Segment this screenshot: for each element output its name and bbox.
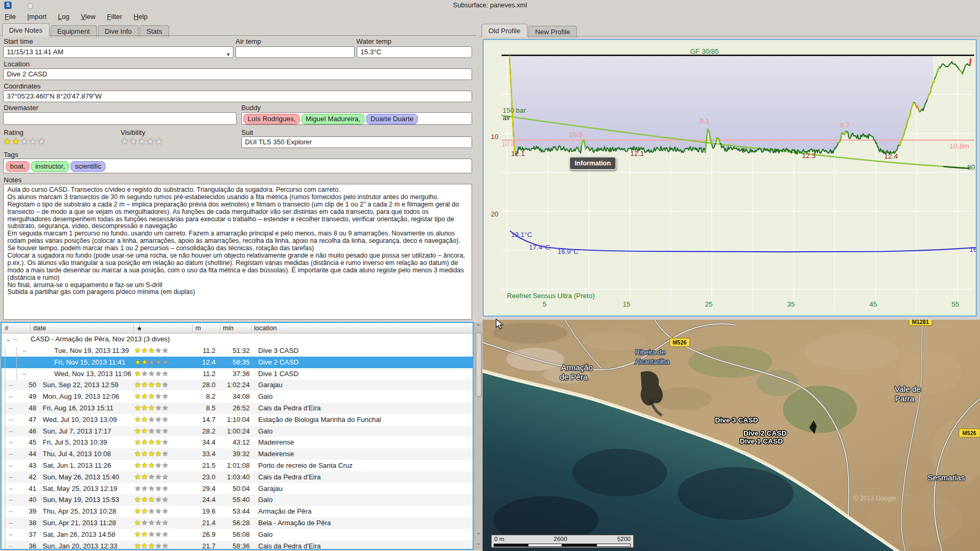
dive-duration: 39:32 [217, 448, 250, 460]
star-icon: ★ [141, 358, 148, 366]
tag-chip[interactable]: Miguel Madureira, [301, 114, 365, 124]
coordinates-input[interactable]: 37°05'23.460"N 8°20'47.879"W [3, 91, 472, 102]
visibility-stars[interactable]: ★★★★★ [121, 136, 163, 147]
coordinates-value: 37°05'23.460"N 8°20'47.879"W [7, 92, 102, 100]
dive-row[interactable]: 49–Mon, Aug 19, 2013 12:06★★★★★8.234:08G… [2, 391, 473, 402]
scrollbar-thumb[interactable] [476, 332, 482, 397]
depth-label-3: 12.3 [802, 152, 816, 160]
dive-date: Thu, Apr 25, 2013 10:28 [43, 506, 116, 517]
dive-depth: 11.2 [180, 345, 215, 357]
tab-old-profile[interactable]: Old Profile [482, 24, 527, 37]
information-button[interactable]: Information [569, 156, 616, 170]
tab-dive-notes[interactable]: Dive Notes [2, 23, 50, 36]
dive-rating: ★★★★★ [134, 494, 169, 506]
tag-chip[interactable]: scientific [71, 161, 105, 172]
tag-chip[interactable]: Luís Rodrigues, [243, 114, 300, 124]
dive-row[interactable]: 38–Sun, Apr 21, 2013 11:28★★★★★21.456:28… [2, 517, 473, 529]
star-icon: ★ [162, 449, 169, 458]
dive-row[interactable]: 40–Sun, May 19, 2013 15:53★★★★★24.455:40… [2, 494, 473, 506]
star-icon: ★ [141, 427, 148, 435]
dive-date: Sun, Jul 7, 2013 17:17 [43, 426, 111, 437]
col-depth[interactable]: m [195, 324, 201, 332]
menu-filter[interactable]: Filter [102, 11, 127, 22]
dive-row[interactable]: 48–Fri, Aug 16, 2013 15:11★★★★★8.526:52C… [2, 402, 473, 414]
star-icon: ★ [141, 518, 148, 527]
chevron-down-icon[interactable]: ▾ [227, 49, 230, 58]
dive-number: 47 [2, 414, 36, 426]
star-icon: ★ [29, 136, 37, 146]
tree-dash: – [9, 448, 13, 460]
dive-row[interactable]: 36–Sun, Jan 20, 2013 12:33★★★★★21.758:36… [2, 540, 473, 550]
star-icon: ★ [134, 484, 141, 493]
dive-number: 38 [2, 517, 36, 529]
dive-date: Sun, May 19, 2013 15:53 [43, 494, 119, 506]
rating-stars[interactable]: ★★★★★ [3, 136, 46, 147]
menu-log[interactable]: Log [53, 11, 74, 22]
dive-list-scrollbar[interactable]: ⌃ ⌃ ⌄ [474, 322, 483, 550]
dive-profile-chart[interactable]: GF 30/85 150 bar air 80 10.8 10.8m 10 20… [483, 39, 977, 317]
dive-row[interactable]: 43–Sat, Jun 1, 2013 11:26★★★★★21.51:01:0… [2, 460, 473, 471]
star-icon: ★ [141, 495, 148, 504]
star-icon: ★ [155, 518, 162, 527]
divemaster-input[interactable] [3, 112, 237, 125]
dive-list-header[interactable]: # date ★ m min location [2, 323, 473, 333]
star-icon: ★ [155, 473, 162, 481]
dive-location: Dive 1 CASD [258, 368, 299, 380]
dive-row[interactable]: –Fri, Nov 15, 2013 11:41★★★★★12.456:35Di… [2, 357, 473, 368]
buddy-input[interactable]: Luís Rodrigues,Miguel Madureira,Duarte D… [241, 112, 472, 125]
profile-tab-bar: Old ProfileNew Profile [482, 24, 692, 36]
menu-view[interactable]: View [76, 11, 100, 22]
dive-list[interactable]: # date ★ m min location ⌄ – CASD - Armaç… [1, 322, 474, 550]
col-location[interactable]: location [254, 324, 277, 332]
menu-file[interactable]: File [0, 11, 21, 22]
scroll-down-icon[interactable]: ⌄ [476, 540, 481, 546]
dive-location: Bela - Armação de Pêra [258, 517, 331, 529]
menu-import[interactable]: Import [23, 11, 52, 22]
start-time-combobox[interactable]: 11/15/13 11:41 AM ▾ [3, 46, 233, 58]
col-rating[interactable]: ★ [136, 324, 142, 332]
temp-label-1: 19.1°C [511, 231, 532, 239]
tag-chip[interactable]: instructor, [31, 161, 69, 172]
dive-site-map[interactable]: Armação de Pêra Ribeira de Alcantarilha … [483, 320, 980, 551]
water-temp-input[interactable]: 15.3°C [357, 46, 472, 58]
tag-chip[interactable]: Duarte Duarte [366, 114, 418, 124]
col-number[interactable]: # [5, 324, 8, 332]
dive-row[interactable]: –Wed, Nov 13, 2013 11:06★★★★★11.237:36Di… [2, 368, 473, 380]
dive-row[interactable]: 46–Sun, Jul 7, 2013 17:17★★★★★28.21:00:2… [2, 426, 473, 437]
col-duration[interactable]: min [223, 324, 233, 332]
scale-end: 5200 [617, 536, 631, 542]
dive-rating: ★★★★★ [134, 414, 169, 426]
star-icon: ★ [162, 473, 169, 481]
dive-row[interactable]: 45–Fri, Jul 5, 2013 10:39★★★★★34.443:12M… [2, 437, 473, 448]
mean-depth-label: 10.8m [949, 142, 969, 150]
dive-date: Fri, Aug 16, 2013 15:11 [43, 402, 113, 414]
coordinates-label: Coordinates [4, 82, 41, 90]
star-icon: ★ [134, 415, 141, 424]
col-date[interactable]: date [33, 324, 46, 332]
visibility-label: Visibility [121, 129, 145, 136]
scroll-up-icon[interactable]: ⌃ [476, 323, 481, 329]
tags-input[interactable]: boat,instructor,scientific [3, 159, 472, 173]
location-input[interactable]: Dive 2 CASD [3, 68, 472, 80]
dive-row[interactable]: 44–Thu, Jul 4, 2013 10:08★★★★★33.439:32M… [2, 448, 473, 460]
star-icon: ★ [141, 369, 148, 378]
menu-help[interactable]: Help [129, 11, 153, 22]
suit-input[interactable]: DUI TLS 350 Explorer [241, 136, 472, 148]
scroll-up2-icon[interactable]: ⌃ [476, 532, 481, 538]
collapse-arrow-icon[interactable]: ⌄ [6, 333, 11, 345]
notes-textarea[interactable]: Aula do curso CASD. Transectos c/video e… [3, 184, 472, 320]
pressure-end-label: 80 [967, 163, 975, 171]
star-icon: ★ [162, 358, 169, 366]
trip-row[interactable]: ⌄ – CASD - Armação de Pêra, Nov 2013 (3 … [2, 333, 473, 345]
depth-tick-20: 20 [488, 210, 498, 218]
dive-row[interactable]: 39–Thu, Apr 25, 2013 10:28★★★★★19.653:44… [2, 506, 473, 517]
dive-row[interactable]: 50–Sun, Sep 22, 2013 12:59★★★★★28.01:02:… [2, 379, 473, 391]
tag-chip[interactable]: boat, [6, 161, 30, 172]
dive-row[interactable]: 41–Sat, May 25, 2013 12:19★★★★★29.450:04… [2, 483, 473, 495]
dive-row[interactable]: –Tue, Nov 19, 2013 11:39★★★★★11.251:32Di… [2, 345, 473, 357]
star-icon: ★ [155, 438, 162, 446]
dive-row[interactable]: 42–Sun, May 26, 2013 15:40★★★★★23.01:03:… [2, 471, 473, 483]
dive-row[interactable]: 37–Sat, Jan 26, 2013 14:58★★★★★26.956:08… [2, 529, 473, 540]
dive-row[interactable]: 47–Wed, Jul 10, 2013 13:09★★★★★14.71:10:… [2, 414, 473, 426]
air-temp-input[interactable] [236, 46, 355, 58]
